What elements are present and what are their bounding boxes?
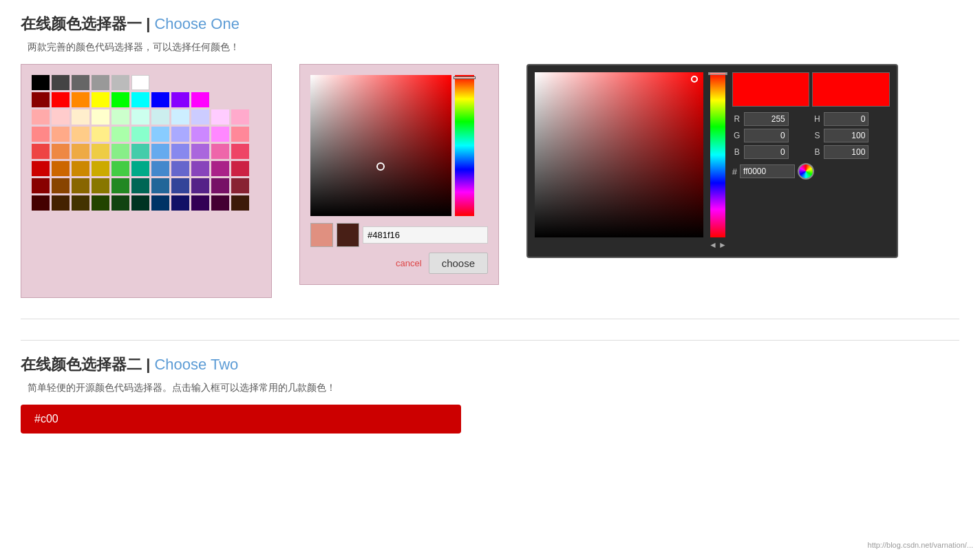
- swatch-r6c2[interactable]: [52, 161, 70, 176]
- swatch-r5c1[interactable]: [32, 144, 50, 159]
- swatch-r7c6[interactable]: [131, 178, 149, 193]
- swatch-r6c4[interactable]: [92, 161, 109, 176]
- swatch-r6c9[interactable]: [191, 161, 209, 176]
- swatch-r8c8[interactable]: [171, 195, 189, 211]
- swatch-r7c8[interactable]: [171, 178, 189, 193]
- swatch-r6c5[interactable]: [111, 161, 129, 176]
- swatch-r5c8[interactable]: [171, 144, 189, 159]
- picker2-hex-input[interactable]: [740, 164, 795, 178]
- swatch-r7c7[interactable]: [151, 178, 169, 193]
- swatch-palepink[interactable]: [211, 109, 229, 125]
- swatch-violet[interactable]: [171, 92, 189, 107]
- swatch-r6c3[interactable]: [72, 161, 89, 176]
- swatch-r8c11[interactable]: [231, 195, 249, 211]
- swatch-white[interactable]: [131, 75, 149, 90]
- swatch-r6c6[interactable]: [131, 161, 149, 176]
- swatch-orange[interactable]: [72, 92, 89, 107]
- picker2-g-input[interactable]: [744, 129, 789, 142]
- swatch-mintgreen[interactable]: [131, 109, 149, 125]
- hex-input[interactable]: [363, 226, 488, 244]
- picker2-b-input[interactable]: [744, 145, 789, 159]
- swatch-r6c11[interactable]: [231, 161, 249, 176]
- swatch-black[interactable]: [32, 75, 50, 90]
- swatch-r5c7[interactable]: [151, 144, 169, 159]
- swatch-yellow[interactable]: [92, 92, 109, 107]
- swatch-r4c6[interactable]: [131, 127, 149, 142]
- swatch-darkred[interactable]: [32, 92, 50, 107]
- swatch-hotpink[interactable]: [231, 109, 249, 125]
- swatch-lightgray[interactable]: [111, 75, 129, 90]
- swatch-r5c5[interactable]: [111, 144, 129, 159]
- swatch-r5c2[interactable]: [52, 144, 70, 159]
- swatch-magenta[interactable]: [191, 92, 209, 107]
- swatch-r8c6[interactable]: [131, 195, 149, 211]
- swatch-row-lightpinks: [32, 109, 261, 125]
- swatch-r6c10[interactable]: [211, 161, 229, 176]
- picker2-gradient-square[interactable]: [535, 72, 703, 237]
- picker2-b2-input[interactable]: [824, 145, 869, 159]
- swatch-r5c9[interactable]: [191, 144, 209, 159]
- swatch-darkgray[interactable]: [52, 75, 70, 90]
- picker2-hue-slider[interactable]: [710, 72, 725, 237]
- swatch-r8c3[interactable]: [72, 195, 89, 211]
- swatch-gray[interactable]: [72, 75, 89, 90]
- swatch-green[interactable]: [111, 92, 129, 107]
- swatch-r4c9[interactable]: [191, 127, 209, 142]
- swatch-r4c5[interactable]: [111, 127, 129, 142]
- swatch-r7c2[interactable]: [52, 178, 70, 193]
- swatch-lightpink1[interactable]: [32, 109, 50, 125]
- swatch-r8c1[interactable]: [32, 195, 50, 211]
- swatch-r8c9[interactable]: [191, 195, 209, 211]
- swatch-r8c4[interactable]: [92, 195, 109, 211]
- swatch-r7c11[interactable]: [231, 178, 249, 193]
- swatch-r4c3[interactable]: [72, 127, 89, 142]
- swatch-r7c10[interactable]: [211, 178, 229, 193]
- swatch-r7c5[interactable]: [111, 178, 129, 193]
- swatch-palegreen[interactable]: [111, 109, 129, 125]
- swatch-paleblue2[interactable]: [171, 109, 189, 125]
- color-input-bar[interactable]: [21, 405, 461, 434]
- swatch-r7c1[interactable]: [32, 178, 50, 193]
- cancel-button[interactable]: cancel: [396, 258, 422, 268]
- swatch-r8c7[interactable]: [151, 195, 169, 211]
- gradient-square[interactable]: [310, 75, 451, 216]
- swatch-r4c11[interactable]: [231, 127, 249, 142]
- swatch-r7c4[interactable]: [92, 178, 109, 193]
- swatch-r7c9[interactable]: [191, 178, 209, 193]
- picker2-left-arrow[interactable]: ◄: [709, 240, 717, 250]
- swatch-lightyellow[interactable]: [72, 109, 89, 125]
- swatch-r6c8[interactable]: [171, 161, 189, 176]
- swatch-paleyellow[interactable]: [92, 109, 109, 125]
- swatch-red[interactable]: [52, 92, 70, 107]
- swatch-medgray[interactable]: [92, 75, 109, 90]
- swatch-r4c4[interactable]: [92, 127, 109, 142]
- swatch-r5c10[interactable]: [211, 144, 229, 159]
- swatch-r8c2[interactable]: [52, 195, 70, 211]
- swatch-r4c7[interactable]: [151, 127, 169, 142]
- picker2-r-input[interactable]: [744, 112, 789, 126]
- swatch-lavender[interactable]: [191, 109, 209, 125]
- swatch-r4c10[interactable]: [211, 127, 229, 142]
- color-wheel-icon[interactable]: [798, 163, 814, 180]
- swatch-r4c1[interactable]: [32, 127, 50, 142]
- swatch-r5c6[interactable]: [131, 144, 149, 159]
- hue-slider[interactable]: [455, 75, 474, 216]
- swatch-r5c3[interactable]: [72, 144, 89, 159]
- swatch-r8c10[interactable]: [211, 195, 229, 211]
- swatch-r6c1[interactable]: [32, 161, 50, 176]
- swatch-paleblue1[interactable]: [151, 109, 169, 125]
- picker2-s-input[interactable]: [824, 129, 869, 142]
- swatch-r4c2[interactable]: [52, 127, 70, 142]
- swatch-blue[interactable]: [151, 92, 169, 107]
- swatch-r7c3[interactable]: [72, 178, 89, 193]
- swatch-lightpink2[interactable]: [52, 109, 70, 125]
- swatch-r8c5[interactable]: [111, 195, 129, 211]
- choose-button[interactable]: choose: [429, 253, 488, 274]
- swatch-r4c8[interactable]: [171, 127, 189, 142]
- swatch-cyan[interactable]: [131, 92, 149, 107]
- swatch-r5c4[interactable]: [92, 144, 109, 159]
- picker2-h-input[interactable]: [824, 112, 869, 126]
- swatch-r6c7[interactable]: [151, 161, 169, 176]
- swatch-r5c11[interactable]: [231, 144, 249, 159]
- picker2-right-arrow[interactable]: ►: [718, 240, 727, 250]
